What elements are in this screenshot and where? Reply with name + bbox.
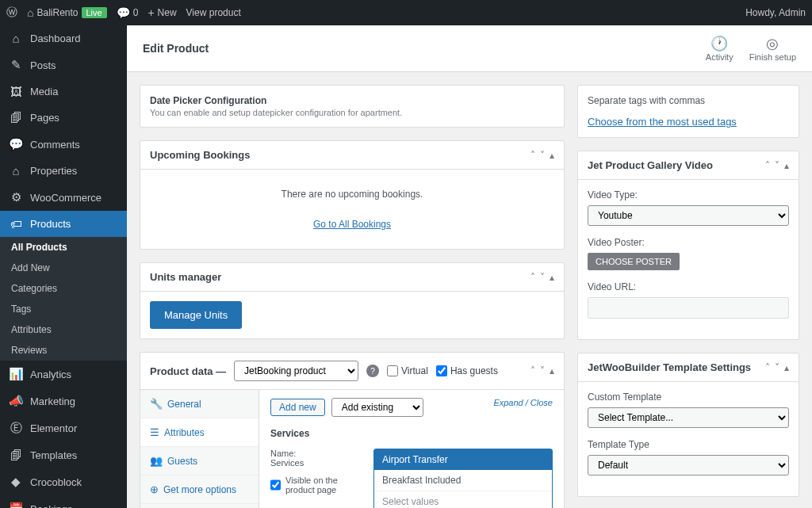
move-up-icon[interactable]: ˄ [530, 272, 535, 283]
menu-templates[interactable]: 🗐Templates [0, 442, 127, 468]
bookings-empty: There are no upcoming bookings. [150, 179, 554, 209]
tab-attributes[interactable]: ☰Attributes [140, 418, 259, 447]
site-name: BaliRento [36, 7, 78, 18]
choose-tags-link[interactable]: Choose from the most used tags [588, 116, 737, 128]
datepicker-title: Date Picker Configuration [150, 95, 554, 106]
product-type-select[interactable]: JetBooking product [234, 361, 358, 381]
submenu-add-new[interactable]: Add New [0, 258, 127, 278]
live-badge: Live [82, 7, 107, 18]
howdy[interactable]: Howdy, Admin [745, 7, 806, 18]
toggle-icon[interactable]: ▴ [550, 365, 554, 376]
site-link[interactable]: ⌂ BaliRento Live [27, 6, 107, 19]
move-down-icon[interactable]: ˅ [775, 160, 779, 171]
marketing-icon: 📣 [8, 394, 24, 408]
attributes-panel: Add new Add existing Expand / Close Serv… [259, 390, 564, 508]
values-multiselect[interactable]: Airport Transfer Breakfast Included Sele… [373, 449, 553, 508]
tab-guests[interactable]: 👥Guests [140, 447, 259, 476]
name-label: Name: [270, 449, 358, 458]
submenu-reviews[interactable]: Reviews [0, 340, 127, 361]
admin-bar: ⓦ ⌂ BaliRento Live 💬 0 + New View produc… [0, 0, 812, 25]
template-type-select[interactable]: Default [588, 455, 789, 476]
pin-icon: ✎ [8, 58, 24, 72]
menu-woocommerce[interactable]: ⚙WooCommerce [0, 184, 127, 211]
units-box: Units manager ˄ ˅ ▴ Manage Units [140, 262, 565, 339]
move-down-icon[interactable]: ˅ [540, 365, 545, 376]
menu-products[interactable]: 🏷Products [0, 211, 127, 237]
move-down-icon[interactable]: ˅ [775, 362, 779, 373]
submenu-categories[interactable]: Categories [0, 278, 127, 299]
submenu-tags[interactable]: Tags [0, 299, 127, 319]
visible-label: Visible on the product page [285, 476, 358, 495]
wp-logo[interactable]: ⓦ [6, 6, 17, 20]
menu-dashboard[interactable]: ⌂Dashboard [0, 25, 127, 52]
manage-units-button[interactable]: Manage Units [150, 301, 242, 329]
multiselect-placeholder[interactable]: Select values [374, 491, 552, 508]
name-value: Services [270, 458, 358, 468]
menu-label: Products [30, 218, 71, 230]
activity-button[interactable]: 🕐 Activity [706, 35, 733, 62]
video-type-select[interactable]: Youtube [588, 205, 789, 226]
new-label: New [158, 7, 177, 18]
expand-close-link[interactable]: Expand / Close [493, 398, 553, 407]
multiselect-option[interactable]: Breakfast Included [374, 470, 552, 491]
menu-marketing[interactable]: 📣Marketing [0, 388, 127, 414]
tab-general[interactable]: 🔧General [140, 390, 259, 418]
submenu-attributes[interactable]: Attributes [0, 319, 127, 340]
menu-pages[interactable]: 🗐Pages [0, 105, 127, 131]
menu-label: Marketing [30, 395, 75, 407]
services-heading: Services [270, 428, 553, 439]
menu-bookings[interactable]: 📅Bookings [0, 495, 127, 508]
video-poster-label: Video Poster: [588, 237, 789, 248]
crocoblock-icon: ◆ [8, 475, 24, 489]
virtual-checkbox[interactable]: Virtual [387, 365, 428, 376]
multiselect-option-selected[interactable]: Airport Transfer [374, 449, 552, 470]
help-icon[interactable]: ? [366, 365, 379, 377]
menu-label: Media [30, 86, 58, 97]
toggle-icon[interactable]: ▴ [784, 160, 789, 171]
virtual-input[interactable] [387, 365, 398, 376]
move-down-icon[interactable]: ˅ [540, 272, 545, 283]
menu-properties[interactable]: ⌂Properties [0, 158, 127, 184]
woobuilder-box: JetWooBuilder Template Settings ˄ ˅ ▴ Cu… [577, 353, 799, 497]
has-guests-input[interactable] [436, 365, 447, 376]
new-link[interactable]: + New [147, 6, 176, 19]
menu-crocoblock[interactable]: ◆Crocoblock [0, 468, 127, 495]
add-existing-select[interactable]: Add existing [331, 398, 423, 417]
menu-label: Pages [30, 112, 59, 124]
has-guests-label: Has guests [450, 365, 498, 376]
video-url-input[interactable] [588, 297, 789, 319]
page-title: Edit Product [143, 42, 209, 55]
bookings-title: Upcoming Bookings [150, 149, 250, 161]
toggle-icon[interactable]: ▴ [550, 272, 554, 283]
menu-analytics[interactable]: 📊Analytics [0, 361, 127, 388]
menu-media[interactable]: 🖼Media [0, 78, 127, 105]
add-new-button[interactable]: Add new [270, 399, 325, 416]
visible-checkbox[interactable] [270, 479, 281, 491]
all-bookings-link[interactable]: Go to All Bookings [313, 219, 391, 230]
template-type-label: Template Type [588, 439, 789, 450]
main-content: Edit Product 🕐 Activity ◎ Finish setup D… [127, 25, 812, 508]
submenu-all-products[interactable]: All Products [0, 237, 127, 258]
choose-poster-button[interactable]: CHOOSE POSTER [588, 253, 680, 270]
toggle-icon[interactable]: ▴ [784, 362, 789, 373]
custom-template-select[interactable]: Select Template... [588, 407, 789, 428]
more-icon: ⊕ [150, 483, 159, 495]
move-up-icon[interactable]: ˄ [530, 150, 535, 161]
has-guests-checkbox[interactable]: Has guests [436, 365, 498, 376]
finish-setup-button[interactable]: ◎ Finish setup [749, 35, 796, 62]
comments-link[interactable]: 💬 0 [117, 6, 139, 19]
tab-more-options[interactable]: ⊕Get more options [140, 476, 259, 504]
gallery-video-box: Jet Product Gallery Video ˄ ˅ ▴ Video Ty… [577, 151, 799, 340]
move-up-icon[interactable]: ˄ [765, 362, 770, 373]
move-up-icon[interactable]: ˄ [530, 365, 535, 376]
comment-icon: 💬 [117, 6, 130, 19]
move-down-icon[interactable]: ˅ [540, 150, 545, 161]
view-product-link[interactable]: View product [186, 7, 241, 18]
menu-comments[interactable]: 💬Comments [0, 131, 127, 158]
menu-posts[interactable]: ✎Posts [0, 52, 127, 78]
menu-label: WooCommerce [30, 192, 102, 204]
toggle-icon[interactable]: ▴ [550, 150, 554, 161]
move-up-icon[interactable]: ˄ [765, 160, 770, 171]
tags-box: Separate tags with commas Choose from th… [577, 85, 799, 138]
menu-elementor[interactable]: ⒺElementor [0, 414, 127, 442]
